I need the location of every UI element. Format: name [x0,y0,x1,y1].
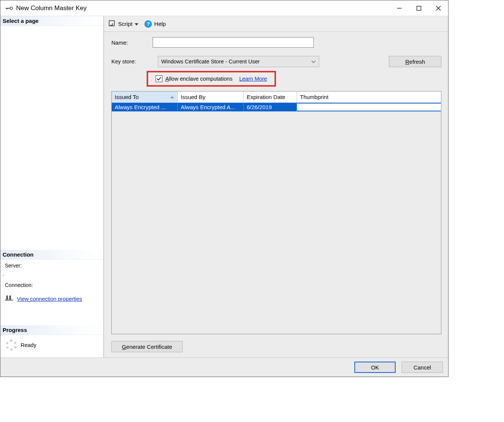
server-label: Server: [5,263,101,269]
connection-props-icon [5,295,13,303]
grid-row[interactable]: Always Encrypted ... Always Encrypted A.… [112,103,441,111]
select-page-header: Select a page [0,16,104,26]
keystore-select[interactable]: Windows Certificate Store - Current User [158,56,319,67]
connection-header: Connection [0,250,104,260]
cell-issued-by: Always Encrypted A... [178,103,244,111]
main-panel: Script ? Help Name: Key store: [104,16,448,357]
minimize-button[interactable] [390,0,409,16]
svg-marker-14 [135,23,138,26]
sidebar: Select a page Connection Server: . Conne… [0,16,104,357]
svg-rect-11 [9,297,11,299]
connection-label: Connection: [5,282,101,288]
refresh-button[interactable]: Refresh [389,56,441,67]
help-button[interactable]: ? Help [143,20,167,29]
key-icon [6,6,13,11]
col-issued-to[interactable]: Issued To [112,92,178,103]
sort-asc-icon [170,94,174,100]
allow-enclave-checkbox[interactable] [156,75,162,82]
allow-enclave-label: Allow enclave computations [165,76,232,82]
allow-enclave-highlight: Allow enclave computations Learn More [147,71,276,87]
cell-thumbprint [297,103,441,111]
progress-row: Ready [0,335,104,357]
svg-marker-15 [170,96,174,98]
script-label: Script [118,21,132,27]
svg-rect-12 [5,300,13,300]
toolbar: Script ? Help [104,16,448,32]
svg-point-10 [9,296,11,297]
svg-line-6 [436,6,441,11]
dialog-footer: OK Cancel [0,357,448,377]
page-list [0,26,104,250]
server-value: . [3,271,101,277]
script-icon [108,20,116,28]
svg-rect-9 [6,297,8,299]
window-controls [390,0,448,16]
col-thumbprint[interactable]: Thumbprint [297,92,441,103]
view-connection-properties-link[interactable]: View connection properties [17,296,82,302]
progress-header: Progress [0,325,104,335]
svg-rect-5 [417,6,421,10]
titlebar: New Column Master Key [0,0,448,16]
keystore-label: Key store: [111,59,153,65]
learn-more-link[interactable]: Learn More [239,76,267,82]
svg-rect-2 [6,8,7,9]
progress-spinner-icon [6,339,17,351]
name-input[interactable] [153,37,314,48]
certificate-grid[interactable]: Issued To Issued By Expiration Date Thum… [111,91,441,334]
keystore-value: Windows Certificate Store - Current User [161,59,260,65]
progress-status: Ready [21,342,36,348]
ok-button[interactable]: OK [354,362,396,373]
help-icon: ? [144,20,152,28]
connection-section: Server: . Connection: [0,260,104,293]
chevron-down-icon [311,59,316,65]
cancel-button[interactable]: Cancel [402,362,443,373]
cell-expiration: 6/26/2019 [244,103,297,111]
svg-point-0 [10,7,12,9]
chevron-down-icon [135,21,138,27]
col-expiration[interactable]: Expiration Date [244,92,297,103]
close-button[interactable] [429,0,448,16]
name-label: Name: [111,39,153,46]
cell-issued-to: Always Encrypted ... [112,103,178,111]
window-title: New Column Master Key [16,5,87,12]
dialog-window: New Column Master Key Select a page Conn… [0,0,448,377]
col-issued-by[interactable]: Issued By [178,92,244,103]
script-dropdown[interactable]: Script [107,19,140,29]
svg-line-7 [436,6,441,11]
svg-rect-3 [8,8,8,9]
maximize-button[interactable] [409,0,429,16]
svg-point-8 [6,296,8,297]
grid-header: Issued To Issued By Expiration Date Thum… [112,92,441,103]
help-label: Help [154,21,166,27]
generate-certificate-button[interactable]: Generate Certificate [111,341,183,352]
